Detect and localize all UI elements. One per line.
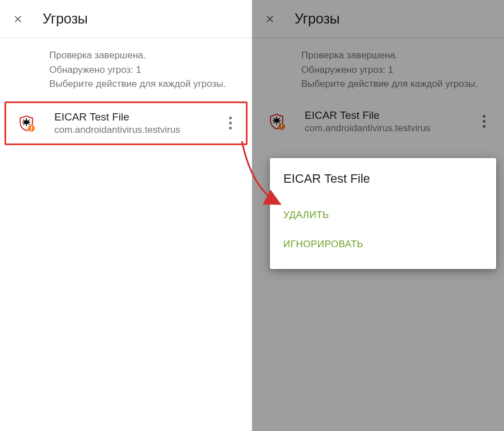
popup-title: EICAR Test File: [283, 172, 483, 186]
threat-list-item[interactable]: EICAR Test File com.androidantivirus.tes…: [4, 101, 248, 145]
threat-package: com.androidantivirus.testvirus: [305, 123, 477, 134]
shield-threat-icon: [17, 114, 35, 132]
svg-rect-4: [28, 122, 30, 123]
close-icon[interactable]: [11, 12, 25, 26]
scan-summary: Проверка завершена. Обнаружено угроз: 1 …: [0, 38, 252, 101]
svg-rect-2: [26, 124, 27, 126]
app-header: Угрозы: [252, 0, 504, 38]
svg-rect-13: [276, 117, 277, 119]
svg-point-0: [25, 120, 29, 124]
summary-line: Проверка завершена.: [301, 48, 493, 63]
svg-rect-1: [26, 118, 27, 121]
threat-list-item[interactable]: EICAR Test File com.androidantivirus.tes…: [256, 101, 500, 142]
threat-name: EICAR Test File: [54, 111, 223, 123]
close-icon[interactable]: [263, 12, 277, 26]
page-title: Угрозы: [295, 11, 340, 27]
shield-threat-icon: [268, 113, 286, 131]
threats-screen-before: Угрозы Проверка завершена. Обнаружено уг…: [0, 0, 252, 431]
svg-rect-14: [276, 122, 277, 124]
summary-line: Выберите действие для каждой угрозы.: [49, 77, 241, 91]
svg-rect-15: [273, 120, 275, 121]
summary-line: Проверка завершена.: [49, 48, 241, 63]
svg-rect-23: [281, 128, 282, 129]
summary-line: Обнаружено угроз: 1: [49, 63, 241, 77]
svg-rect-3: [22, 122, 25, 123]
app-header: Угрозы: [0, 0, 252, 38]
threat-text: EICAR Test File com.androidantivirus.tes…: [305, 109, 477, 134]
threats-screen-menu-open: Угрозы Проверка завершена. Обнаружено уг…: [252, 0, 504, 431]
threat-text: EICAR Test File com.androidantivirus.tes…: [54, 111, 223, 136]
svg-rect-10: [31, 126, 32, 129]
svg-rect-16: [278, 120, 281, 121]
delete-action[interactable]: УДАЛИТЬ: [283, 201, 483, 230]
svg-rect-22: [281, 124, 282, 127]
summary-line: Выберите действие для каждой угрозы.: [301, 77, 493, 91]
svg-point-12: [275, 118, 279, 122]
threat-name: EICAR Test File: [305, 109, 477, 122]
page-title: Угрозы: [43, 11, 88, 27]
svg-rect-11: [31, 129, 32, 131]
threat-action-menu: EICAR Test File УДАЛИТЬ ИГНОРИРОВАТЬ: [270, 158, 496, 269]
more-vert-icon[interactable]: [223, 113, 237, 133]
threat-package: com.androidantivirus.testvirus: [54, 124, 223, 136]
scan-summary: Проверка завершена. Обнаружено угроз: 1 …: [252, 38, 504, 101]
ignore-action[interactable]: ИГНОРИРОВАТЬ: [283, 230, 483, 259]
summary-line: Обнаружено угроз: 1: [301, 63, 493, 77]
more-vert-icon[interactable]: [477, 112, 491, 131]
